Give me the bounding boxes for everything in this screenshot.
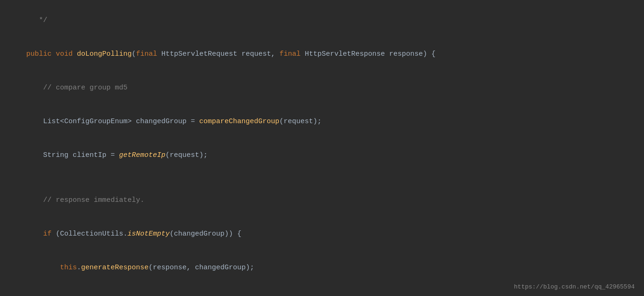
code-line-7: // response immediately.: [0, 184, 644, 217]
method-generateResponse: generateResponse: [81, 264, 149, 272]
keyword-final1: final: [136, 50, 157, 58]
comment-response: // response immediately.: [26, 196, 144, 204]
code-line-3: // compare group md5: [0, 71, 644, 105]
keyword-public: public: [26, 50, 52, 58]
code-line-9: this.generateResponse(response, changedG…: [0, 251, 644, 285]
method-getRemoteIp: getRemoteIp: [119, 151, 165, 159]
method-doLongPolling: doLongPolling: [77, 50, 132, 58]
code-line-2: public void doLongPolling(final HttpServ…: [0, 37, 644, 71]
keyword-if: if: [26, 230, 52, 238]
code-line-6: [0, 172, 644, 184]
method-compareChangedGroup: compareChangedGroup: [199, 118, 279, 126]
line4-text: List<ConfigGroupEnum> changedGroup =: [26, 118, 199, 126]
code-container: */ public void doLongPolling(final HttpS…: [0, 0, 644, 296]
comment-close: */: [26, 16, 47, 24]
keyword-this: this: [26, 264, 77, 272]
url-text: https://blog.csdn.net/qq_42965594: [514, 283, 635, 290]
keyword-void: void: [56, 50, 73, 58]
comment-compare: // compare group md5: [26, 84, 127, 92]
code-line-4: List<ConfigGroupEnum> changedGroup = com…: [0, 105, 644, 139]
method-isNotEmpty: isNotEmpty: [127, 230, 170, 238]
keyword-final2: final: [279, 50, 300, 58]
url-bar: https://blog.csdn.net/qq_42965594: [514, 282, 635, 292]
code-line-8: if (CollectionUtils.isNotEmpty(changedGr…: [0, 217, 644, 251]
code-line-1: */: [0, 4, 644, 37]
code-line-5: String clientIp = getRemoteIp(request);: [0, 139, 644, 172]
line5-text: String clientIp =: [26, 151, 119, 159]
